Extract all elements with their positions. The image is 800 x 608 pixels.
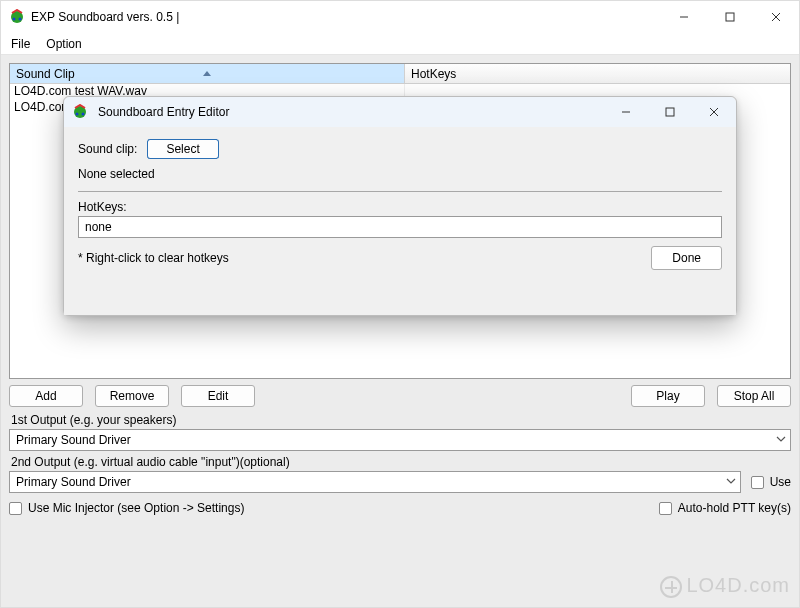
output1-value: Primary Sound Driver (16, 433, 776, 447)
maximize-button[interactable] (707, 1, 753, 33)
dialog-body: Sound clip: Select None selected HotKeys… (64, 127, 736, 315)
stop-all-button[interactable]: Stop All (717, 385, 791, 407)
action-buttons: Add Remove Edit Play Stop All (9, 379, 791, 409)
svg-rect-7 (666, 108, 674, 116)
dialog-title: Soundboard Entry Editor (98, 105, 229, 119)
col-hotkeys-label: HotKeys (411, 67, 456, 81)
close-button[interactable] (753, 1, 799, 33)
checkbox-icon (751, 476, 764, 489)
entry-editor-dialog: Soundboard Entry Editor Sound clip: Sele… (63, 96, 737, 316)
none-selected-text: None selected (78, 167, 155, 181)
output2-value: Primary Sound Driver (16, 475, 726, 489)
play-button[interactable]: Play (631, 385, 705, 407)
app-icon (72, 104, 88, 120)
chevron-down-icon (776, 433, 786, 447)
mic-label: Use Mic Injector (see Option -> Settings… (28, 501, 244, 515)
svg-point-1 (13, 18, 16, 21)
dialog-maximize-button[interactable] (648, 97, 692, 127)
divider (78, 191, 722, 192)
chevron-down-icon (726, 475, 736, 489)
soundclip-label: Sound clip: (78, 142, 137, 156)
dialog-titlebar[interactable]: Soundboard Entry Editor (64, 97, 736, 127)
checkbox-icon (9, 502, 22, 515)
use-output2-checkbox[interactable]: Use (751, 473, 791, 491)
svg-point-2 (19, 18, 22, 21)
output1-combo[interactable]: Primary Sound Driver (9, 429, 791, 451)
menu-file[interactable]: File (5, 35, 36, 53)
remove-button[interactable]: Remove (95, 385, 169, 407)
minimize-button[interactable] (661, 1, 707, 33)
menu-option[interactable]: Option (40, 35, 87, 53)
ptt-checkbox[interactable]: Auto-hold PTT key(s) (659, 499, 791, 517)
output1-label: 1st Output (e.g. your speakers) (9, 409, 791, 429)
app-icon (9, 9, 25, 25)
output2-combo[interactable]: Primary Sound Driver (9, 471, 741, 493)
done-button[interactable]: Done (651, 246, 722, 270)
ptt-label: Auto-hold PTT key(s) (678, 501, 791, 515)
titlebar: EXP Soundboard vers. 0.5 | (1, 1, 799, 33)
menubar: File Option (1, 33, 799, 55)
hotkeys-label: HotKeys: (78, 200, 127, 214)
dialog-minimize-button[interactable] (604, 97, 648, 127)
window-title: EXP Soundboard vers. 0.5 | (31, 10, 179, 24)
hotkeys-input[interactable]: none (78, 216, 722, 238)
clear-hint: * Right-click to clear hotkeys (78, 251, 229, 265)
svg-point-6 (82, 113, 85, 116)
sort-indicator-icon (203, 65, 211, 70)
col-sound-clip[interactable]: Sound Clip (10, 64, 405, 83)
select-button[interactable]: Select (147, 139, 218, 159)
col-hotkeys[interactable]: HotKeys (405, 64, 790, 83)
edit-button[interactable]: Edit (181, 385, 255, 407)
use-label: Use (770, 475, 791, 489)
svg-rect-3 (726, 13, 734, 21)
add-button[interactable]: Add (9, 385, 83, 407)
dialog-close-button[interactable] (692, 97, 736, 127)
col-sound-label: Sound Clip (16, 67, 75, 81)
mic-injector-checkbox[interactable]: Use Mic Injector (see Option -> Settings… (9, 499, 244, 517)
output2-label: 2nd Output (e.g. virtual audio cable "in… (9, 451, 791, 471)
table-header: Sound Clip HotKeys (10, 64, 790, 84)
svg-point-5 (76, 113, 79, 116)
checkbox-icon (659, 502, 672, 515)
